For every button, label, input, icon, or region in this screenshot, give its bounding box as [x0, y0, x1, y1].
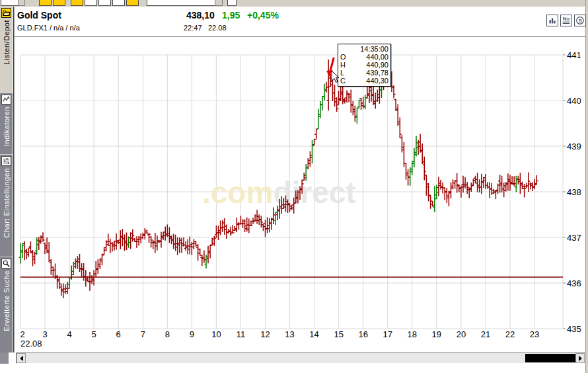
svg-text:439: 439 [567, 142, 581, 151]
scroll-right-button[interactable] [575, 353, 585, 363]
svg-text:22: 22 [505, 329, 515, 339]
toolbar-combo[interactable] [147, 0, 223, 6]
svg-text:22.08: 22.08 [20, 339, 42, 349]
bar-chart-icon[interactable] [546, 15, 558, 26]
price-chart: .comdirect441440439438437436435234567891… [15, 38, 585, 352]
bottom-left-block [0, 352, 9, 364]
tooltip-high-value: 440,90 [366, 61, 388, 69]
svg-text:11: 11 [237, 329, 246, 339]
currency-icon[interactable]: S [574, 15, 586, 26]
magnifier-icon [1, 259, 11, 269]
svg-text:19: 19 [432, 329, 441, 339]
left-arrow-icon [20, 356, 23, 361]
price-change: 1,95 [222, 10, 240, 21]
svg-text:438: 438 [567, 187, 581, 197]
quote-time: 22:47 [184, 24, 202, 32]
toolbar-combo-arrow[interactable] [215, 0, 223, 6]
svg-text:435: 435 [567, 324, 581, 334]
window-right-edge [585, 0, 588, 373]
toolbar-button[interactable] [112, 0, 125, 6]
toolbar-button[interactable] [98, 0, 111, 6]
folder-icon [1, 8, 11, 18]
header-icon-bar: N S [546, 15, 586, 26]
svg-text:21: 21 [481, 329, 490, 339]
svg-text:3: 3 [42, 329, 47, 339]
tooltip-open-value: 440,00 [366, 53, 388, 61]
svg-text:2: 2 [20, 329, 24, 339]
svg-text:436: 436 [567, 278, 581, 288]
instrument-title: Gold Spot [17, 10, 61, 21]
toolbar-button[interactable] [53, 0, 65, 6]
sidebar-tab-label: Chart Einstellungen [3, 168, 11, 238]
svg-text:437: 437 [567, 233, 581, 243]
svg-text:6: 6 [116, 329, 121, 339]
svg-text:16: 16 [358, 329, 367, 339]
tooltip-low-value: 439,78 [366, 69, 388, 77]
quote-date: 22.08 [208, 24, 227, 32]
svg-text:20: 20 [457, 329, 466, 339]
toolbar-button[interactable] [39, 0, 52, 6]
svg-text:440: 440 [567, 96, 581, 106]
svg-text:8: 8 [165, 329, 170, 339]
y-axis-labels: 441440439438437436435 [563, 50, 581, 334]
last-price: 438,10 [186, 10, 215, 21]
sidebar-tab-label: Indikatoren [3, 106, 11, 146]
svg-text:.comdirect: .comdirect [202, 175, 356, 210]
svg-text:S: S [579, 18, 582, 24]
chart-settings-icon [1, 156, 11, 166]
svg-text:18: 18 [408, 329, 417, 339]
toolbar-button[interactable] [227, 0, 237, 6]
svg-text:13: 13 [285, 329, 294, 339]
x-axis-labels: 23456789101112131415161718192021222322.0… [20, 329, 539, 349]
svg-text:5: 5 [92, 329, 96, 339]
indicator-icon [1, 95, 11, 104]
tooltip-time: 14:35:00 [340, 45, 388, 53]
watermark: .comdirect [202, 175, 356, 210]
svg-text:4: 4 [67, 329, 71, 339]
svg-text:10: 10 [211, 329, 221, 339]
right-arrow-icon [579, 356, 582, 361]
sidebar-tab-chart-einstellungen[interactable]: Chart Einstellungen [0, 154, 13, 257]
sidebar-tab-label: Listen/Depot [3, 20, 11, 65]
horizontal-scrollbar[interactable] [16, 352, 585, 364]
instrument-subtitle: GLD.FX1 / n/a / n/a [17, 24, 80, 32]
scroll-left-button[interactable] [17, 353, 26, 363]
toolbar-button[interactable] [85, 0, 97, 6]
sidebar-tab-label: Erweiterte Suche [3, 270, 11, 331]
svg-text:N: N [563, 16, 567, 22]
svg-text:23: 23 [530, 329, 539, 339]
top-toolbar [0, 0, 588, 7]
svg-text:441: 441 [567, 50, 581, 60]
sidebar-tab-erweiterte-suche[interactable]: Erweiterte Suche [0, 257, 13, 352]
toolbar-button[interactable] [126, 0, 139, 6]
tooltip-open-label: O [340, 53, 346, 61]
toolbar-button[interactable] [71, 0, 83, 6]
sidebar-tab-indikatoren[interactable]: Indikatoren [0, 93, 13, 154]
price-change-percent: +0,45% [247, 10, 279, 21]
sidebar-tab-listen-depot[interactable]: Listen/Depot [0, 7, 13, 93]
tooltip-close-value: 440,30 [366, 77, 388, 85]
mouse-cursor-icon [331, 70, 342, 85]
tooltip-high-label: H [340, 61, 346, 69]
news-icon[interactable]: N [560, 15, 572, 26]
svg-text:17: 17 [383, 329, 392, 339]
toolbar-button[interactable] [18, 0, 25, 6]
svg-text:9: 9 [190, 329, 194, 339]
ohlc-tooltip: 14:35:00 O440,00 H440,90 L439,78 C440,30 [338, 44, 391, 87]
svg-text:12: 12 [260, 329, 270, 339]
scrollbar-thumb[interactable] [525, 354, 576, 362]
svg-text:15: 15 [334, 329, 343, 339]
sidebar: Listen/Depot Indikatoren Chart Einstellu… [0, 7, 13, 352]
svg-text:7: 7 [141, 329, 145, 339]
svg-text:14: 14 [309, 329, 318, 339]
